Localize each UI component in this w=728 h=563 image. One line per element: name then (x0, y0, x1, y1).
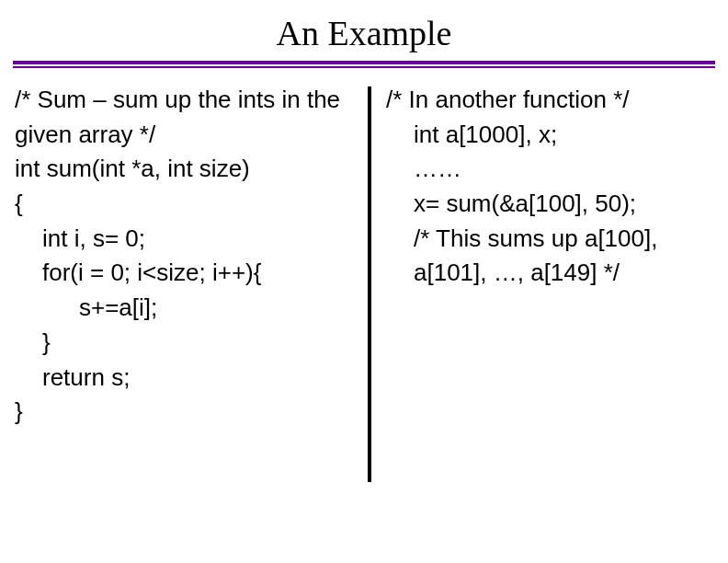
slide-title: An Example (0, 0, 728, 61)
code-line: { (15, 187, 362, 222)
code-line: /* Sum – sum up the ints in the given ar… (15, 83, 362, 152)
code-line: } (15, 395, 362, 430)
code-line: int sum(int *a, int size) (15, 152, 362, 187)
title-underline (13, 61, 715, 70)
code-line: int i, s= 0; (15, 222, 362, 257)
left-column: /* Sum – sum up the ints in the given ar… (15, 83, 368, 482)
code-line: …… (386, 152, 702, 187)
code-line: /* This sums up a[100], a[101], …, a[149… (386, 222, 702, 291)
code-line: s+=a[i]; (15, 291, 362, 326)
code-line: x= sum(&a[100], 50); (386, 187, 702, 222)
code-line: /* In another function */ (386, 83, 702, 118)
code-line: int a[1000], x; (386, 118, 702, 153)
code-line: return s; (15, 361, 362, 396)
code-line: for(i = 0; i<size; i++){ (15, 256, 362, 291)
code-line: } (15, 326, 362, 361)
right-column: /* In another function */ int a[1000], x… (371, 83, 702, 482)
content-area: /* Sum – sum up the ints in the given ar… (0, 83, 728, 482)
